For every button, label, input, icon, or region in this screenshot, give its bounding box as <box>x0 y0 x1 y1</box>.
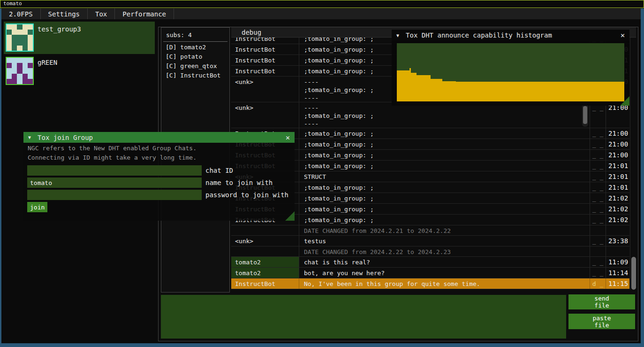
avatar-pixel <box>28 24 33 30</box>
avatar-pixel <box>28 58 33 63</box>
timestamp: 21:01 <box>606 171 629 182</box>
delivery-flags: _ _ <box>590 139 606 149</box>
histogram-window-title: Tox DHT announce capability histogram <box>406 31 552 39</box>
collapse-triangle-icon[interactable]: ▼ <box>396 33 399 38</box>
sender-cell: InstructBot <box>231 55 299 65</box>
sidebar-group-test_group3[interactable]: test_group3 <box>4 22 155 54</box>
message-cell: ----;tomato_in_group: ;---- <box>299 102 590 128</box>
avatar-pixel <box>7 74 12 79</box>
message-row[interactable]: tomato2chat is this real?_ _11:09 <box>231 257 629 268</box>
message-row[interactable]: <unk>testus_ _23:38 <box>231 236 629 247</box>
avatar-pixel <box>7 40 12 46</box>
delivery-flags: _ _ <box>590 182 606 193</box>
avatar-pixel <box>17 46 22 51</box>
avatar-pixel <box>12 68 17 73</box>
avatar-pixel <box>28 46 33 51</box>
menu-item-performance[interactable]: Performance <box>115 8 174 19</box>
date-changed-text: DATE CHANGED from 2024.2.22 to 2024.2.23 <box>304 248 451 255</box>
window-title: tomato <box>3 0 22 7</box>
message-input[interactable] <box>161 295 566 339</box>
message-line: ;tomato_in_group: ; <box>304 130 590 138</box>
subs-member[interactable]: [C] InstructBot <box>161 71 229 80</box>
avatar-pixel <box>7 79 12 84</box>
timestamp: 21:02 <box>606 204 629 214</box>
menu-item-tox[interactable]: Tox <box>88 8 115 19</box>
message-line: ;tomato_in_group: ; <box>304 194 590 202</box>
message-cell: ;tomato_in_group: ; <box>299 161 590 171</box>
chat-scrollbar-thumb[interactable] <box>631 257 636 290</box>
subs-member[interactable]: [C] green_qtox <box>161 62 229 71</box>
delivery-flags <box>590 247 606 256</box>
histogram-window-titlebar[interactable]: ▼ Tox DHT announce capability histogram … <box>392 30 629 41</box>
join-group-dialog: ▼ Tox join Group ✕ NGC refers to the New… <box>23 132 295 221</box>
date-changed-row[interactable]: DATE CHANGED from 2024.2.22 to 2024.2.23 <box>231 247 629 257</box>
message-cell: chat is this real? <box>299 257 590 267</box>
message-inner-scrollbar[interactable] <box>582 103 588 127</box>
message-cell: DATE CHANGED from 2024.2.21 to 2024.2.22 <box>299 225 590 235</box>
histogram-bar-segment <box>431 79 442 101</box>
send-file-button[interactable]: send file <box>568 294 635 309</box>
sender-cell: InstructBot <box>231 66 299 76</box>
histogram-window: ▼ Tox DHT announce capability histogram … <box>392 30 629 106</box>
histogram-bar-segment <box>417 75 431 101</box>
timestamp: 21:01 <box>606 161 629 171</box>
delivery-flags: _ _ <box>590 236 606 246</box>
message-line: ;tomato_in_group: ; <box>304 216 590 224</box>
sender-cell: tomato2 <box>231 257 299 267</box>
avatar-pixel <box>17 68 22 73</box>
date-changed-row[interactable]: DATE CHANGED from 2024.2.21 to 2024.2.22 <box>231 225 629 236</box>
close-icon[interactable]: ✕ <box>621 31 625 39</box>
avatar-pixel <box>17 74 22 79</box>
sender-cell <box>231 225 299 235</box>
menu-item-20fps: 2.0FPS <box>1 8 41 19</box>
timestamp: 23:38 <box>606 236 629 246</box>
timestamp: 21:01 <box>606 182 629 193</box>
paste-file-button[interactable]: paste file <box>568 314 635 329</box>
menu-bar: 2.0FPSSettingsToxPerformance <box>1 8 641 19</box>
sidebar-group-gREEN[interactable]: gREEN <box>4 55 155 87</box>
avatar-pixel <box>28 68 33 73</box>
resize-handle[interactable] <box>285 211 295 221</box>
join-field-password-to-join-with[interactable] <box>27 190 202 200</box>
delivery-flags: _ _ <box>590 102 606 128</box>
join-field-chat-id[interactable] <box>27 165 202 176</box>
message-cell: ;tomato_in_group: ; <box>299 182 590 193</box>
message-cell: STRUCT <box>299 171 590 182</box>
join-field-name-to-join-with[interactable] <box>27 177 202 188</box>
message-cell: ;tomato_in_group: ; <box>299 128 590 139</box>
sender-cell: <unk> <box>231 102 299 128</box>
timestamp: 11:15 <box>606 278 629 289</box>
message-cell: No, I've been in this group for quite so… <box>299 278 590 289</box>
date-changed-text: DATE CHANGED from 2024.2.21 to 2024.2.22 <box>304 227 451 234</box>
message-row[interactable]: InstructBotNo, I've been in this group f… <box>231 278 629 289</box>
close-icon[interactable]: ✕ <box>286 133 290 142</box>
collapse-triangle-icon[interactable]: ▼ <box>28 135 31 140</box>
avatar-pixel <box>12 46 17 51</box>
avatar-pixel <box>7 58 12 63</box>
delivery-flags: _ _ <box>590 128 606 139</box>
join-dialog-titlebar[interactable]: ▼ Tox join Group ✕ <box>23 132 295 143</box>
join-button[interactable]: join <box>27 202 47 212</box>
subs-member[interactable]: [D] tomato2 <box>161 43 229 52</box>
message-line: ;tomato_in_group: ; <box>304 140 590 148</box>
timestamp: 21:00 <box>606 150 629 160</box>
avatar-pixel <box>7 35 12 40</box>
message-row[interactable]: tomato2bot, are you new here?_ _11:14 <box>231 268 629 278</box>
chat-scrollbar[interactable] <box>630 38 636 290</box>
avatar-pixel <box>17 35 22 40</box>
title-bar[interactable]: tomato <box>0 0 644 8</box>
message-line: ;tomato_in_group: ; <box>304 184 590 192</box>
message-line: bot, are you new here? <box>304 269 590 277</box>
message-inner-scrollbar-thumb[interactable] <box>583 106 587 124</box>
timestamp: 11:09 <box>606 257 629 267</box>
message-line: chat is this real? <box>304 258 590 266</box>
message-cell: bot, are you new here? <box>299 268 590 278</box>
app-window: tomato 2.0FPSSettingsToxPerformance test… <box>0 0 644 347</box>
menu-item-settings[interactable]: Settings <box>41 8 88 19</box>
message-row[interactable]: <unk>----;tomato_in_group: ;----_ _21:00 <box>231 102 629 128</box>
subs-member[interactable]: [C] potato <box>161 52 229 62</box>
avatar-pixel <box>12 35 17 40</box>
message-line: No, I've been in this group for quite so… <box>304 280 590 288</box>
resize-handle[interactable] <box>620 96 629 106</box>
avatar-pixel <box>17 30 22 35</box>
